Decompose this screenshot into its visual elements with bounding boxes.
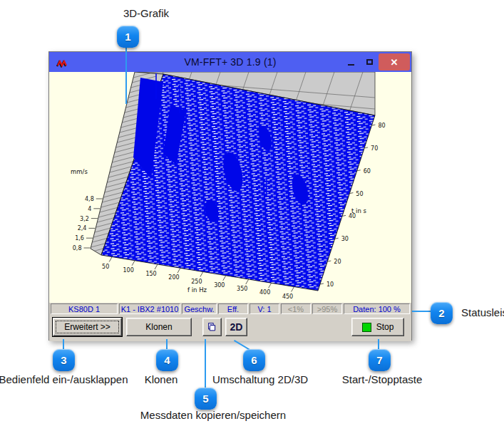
callout-bubble-4: 4: [156, 349, 178, 371]
minimize-icon: [348, 64, 354, 66]
status-v: V: 1: [250, 303, 279, 314]
status-channel: K1 - IBX2 #1010: [119, 303, 180, 314]
callout-label-3: Bedienfeld ein-/ausklappen: [0, 373, 128, 385]
close-icon: ✕: [391, 57, 398, 68]
svg-text:400: 400: [259, 289, 270, 296]
callout-label-6: Umschaltung 2D/3D: [212, 373, 308, 385]
window-titlebar[interactable]: VM-FFT+ 3D 1.9 (1) ✕: [49, 52, 411, 72]
svg-text:0,8: 0,8: [73, 245, 82, 251]
connector-2: [412, 311, 431, 312]
callout-bubble-2: 2: [431, 302, 453, 324]
status-low: <1%: [281, 303, 311, 314]
callout-label-7: Start-/Stopptaste: [342, 373, 423, 385]
app-logo-icon: [56, 58, 68, 71]
maximize-button[interactable]: [360, 53, 379, 71]
copy-icon: [207, 321, 217, 333]
svg-text:150: 150: [145, 271, 156, 277]
callout-bubble-6: 6: [243, 349, 265, 371]
copy-data-button[interactable]: [202, 318, 222, 336]
svg-text:4,8: 4,8: [85, 196, 94, 202]
status-device: KS80D 1: [51, 303, 118, 314]
callout-bubble-1: 1: [117, 26, 139, 48]
svg-text:60: 60: [364, 168, 371, 175]
callout-label-5: Messdaten kopieren/speichern: [140, 409, 286, 421]
status-data: Daten: 100 %: [344, 303, 410, 314]
close-button[interactable]: ✕: [379, 53, 410, 71]
svg-text:50: 50: [356, 191, 363, 197]
svg-text:450: 450: [282, 294, 293, 300]
stop-label: Stop: [376, 322, 394, 332]
toggle-2d-3d-button[interactable]: 2D: [225, 318, 247, 336]
callout-label-4: Klonen: [145, 373, 178, 385]
svg-text:50: 50: [102, 264, 109, 270]
maximize-icon: [366, 59, 373, 65]
x-axis-title: f in Hz: [187, 286, 207, 294]
svg-text:70: 70: [371, 145, 378, 152]
help-page: VM-FFT+ 3D 1.9 (1) ✕: [0, 0, 504, 431]
svg-text:10: 10: [326, 281, 334, 288]
svg-text:4: 4: [88, 206, 91, 212]
expand-panel-button[interactable]: Erweitert >>: [53, 318, 122, 336]
status-high: >95%: [312, 303, 342, 314]
svg-text:250: 250: [191, 279, 202, 285]
callout-label-2: Statusleiste: [461, 306, 504, 318]
svg-text:80: 80: [378, 123, 385, 129]
svg-text:200: 200: [168, 274, 179, 281]
callout-label-1: 3D-Grafik: [123, 7, 169, 19]
status-quantity: Geschw.: [182, 303, 217, 314]
svg-text:30: 30: [341, 236, 349, 242]
z-axis-title: mm/s: [71, 168, 88, 175]
svg-text:1,6: 1,6: [75, 235, 84, 242]
control-bar: Erweitert >> Klonen 2D Stop: [49, 315, 411, 341]
start-stop-button[interactable]: Stop: [351, 318, 404, 336]
vm-fft-window: VM-FFT+ 3D 1.9 (1) ✕: [48, 51, 412, 341]
svg-text:2,4: 2,4: [78, 225, 87, 232]
callout-bubble-3: 3: [53, 349, 75, 371]
status-eff: Eff.: [218, 303, 248, 314]
status-bar: KS80D 1 K1 - IBX2 #1010 Geschw. Eff. V: …: [49, 303, 411, 315]
svg-text:20: 20: [334, 259, 341, 265]
connector-1: [125, 48, 127, 104]
clone-button[interactable]: Klonen: [126, 318, 192, 336]
svg-text:350: 350: [237, 286, 247, 292]
y-axis-title: t in s: [351, 207, 366, 214]
svg-text:100: 100: [123, 267, 133, 274]
3d-graph[interactable]: 5010015020025030035040045010203040506070…: [49, 72, 411, 303]
callout-bubble-5: 5: [195, 388, 217, 410]
run-indicator-icon: [362, 323, 371, 332]
connector-5: [205, 339, 206, 389]
svg-text:3,2: 3,2: [80, 216, 89, 222]
callout-bubble-7: 7: [369, 349, 391, 371]
minimize-button[interactable]: [341, 53, 360, 71]
svg-text:300: 300: [214, 282, 225, 289]
